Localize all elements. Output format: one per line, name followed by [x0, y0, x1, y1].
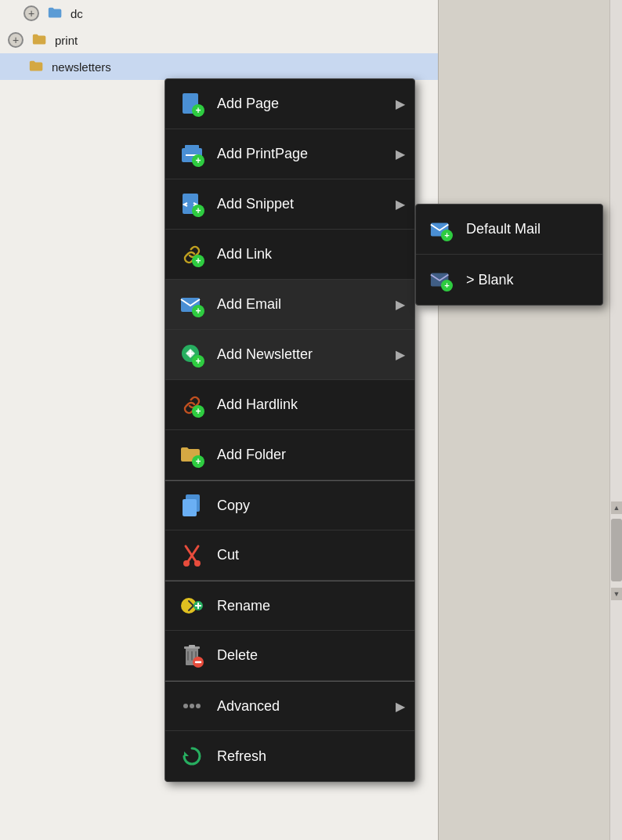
tree-item-print[interactable]: + print: [0, 27, 438, 53]
add-printpage-icon: +: [178, 140, 206, 168]
submenu-item-default-mail[interactable]: + Default Mail: [416, 205, 602, 255]
cut-icon: [178, 541, 206, 570]
delete-icon: [178, 642, 206, 670]
svg-rect-4: [185, 145, 199, 153]
menu-label-add-newsletter: Add Newsletter: [217, 346, 313, 363]
svg-text:+: +: [195, 306, 201, 317]
add-icon-dc[interactable]: +: [24, 5, 39, 21]
scrollbar[interactable]: ▲ ▼: [609, 0, 622, 840]
menu-item-add-newsletter[interactable]: + Add Newsletter ▶: [165, 330, 414, 380]
menu-item-add-link[interactable]: + Add Link: [165, 230, 414, 280]
menu-item-add-page[interactable]: + Add Page ▶: [165, 79, 414, 129]
submenu-arrow-add-page: ▶: [396, 96, 405, 111]
svg-text:+: +: [195, 105, 201, 116]
scroll-arrow-up[interactable]: ▲: [611, 501, 622, 514]
menu-label-delete: Delete: [217, 647, 258, 664]
submenu-arrow-advanced: ▶: [396, 699, 405, 714]
add-folder-icon: +: [178, 441, 206, 469]
menu-item-rename[interactable]: Rename: [165, 581, 414, 631]
submenu-label-blank: > Blank: [466, 272, 514, 288]
add-newsletter-icon: +: [178, 341, 206, 369]
folder-icon-newsletters: [28, 58, 45, 75]
svg-text:+: +: [195, 255, 201, 266]
menu-label-add-email: Add Email: [217, 296, 281, 313]
svg-text:+: +: [195, 356, 201, 367]
menu-label-add-printpage: Add PrintPage: [217, 146, 308, 162]
svg-text:+: +: [444, 230, 450, 240]
add-email-icon: +: [178, 291, 206, 319]
submenu-arrow-add-email: ▶: [396, 297, 405, 312]
tree-label-dc: dc: [71, 7, 83, 20]
scroll-arrow-down[interactable]: ▼: [611, 588, 622, 600]
tree-label-print: print: [55, 34, 78, 47]
menu-item-add-folder[interactable]: + Add Folder: [165, 430, 414, 480]
svg-rect-35: [191, 651, 193, 661]
svg-text:+: +: [195, 456, 201, 467]
menu-item-add-printpage[interactable]: + Add PrintPage ▶: [165, 129, 414, 179]
menu-label-rename: Rename: [217, 598, 270, 614]
svg-text:+: +: [195, 205, 201, 216]
svg-rect-24: [183, 499, 197, 516]
svg-point-40: [196, 704, 201, 708]
menu-label-advanced: Advanced: [217, 698, 280, 715]
svg-text:+: +: [444, 281, 450, 290]
svg-point-27: [183, 560, 190, 567]
rename-icon: [178, 592, 206, 620]
svg-point-38: [183, 704, 188, 708]
tree-item-newsletters[interactable]: newsletters: [0, 53, 438, 80]
svg-point-39: [190, 704, 194, 708]
menu-label-add-hardlink: Add Hardlink: [217, 396, 298, 413]
scroll-thumb[interactable]: [611, 519, 622, 581]
blank-icon: +: [427, 266, 455, 294]
svg-text:+: +: [195, 155, 201, 166]
add-snippet-icon: +: [178, 190, 206, 219]
svg-text:+: +: [195, 406, 201, 417]
submenu-label-default-mail: Default Mail: [466, 221, 541, 237]
svg-rect-33: [189, 645, 195, 648]
default-mail-icon: +: [427, 215, 455, 244]
menu-label-add-snippet: Add Snippet: [217, 196, 294, 212]
submenu-arrow-add-snippet: ▶: [396, 197, 405, 212]
svg-marker-41: [184, 751, 189, 756]
add-page-icon: +: [178, 90, 206, 118]
submenu-arrow-add-printpage: ▶: [396, 147, 405, 161]
add-icon-print[interactable]: +: [8, 32, 24, 48]
svg-rect-34: [187, 651, 189, 661]
refresh-icon: [178, 742, 206, 770]
menu-label-add-folder: Add Folder: [217, 447, 286, 463]
menu-item-cut[interactable]: Cut: [165, 530, 414, 581]
menu-item-add-hardlink[interactable]: + Add Hardlink: [165, 380, 414, 430]
menu-label-cut: Cut: [217, 547, 239, 563]
add-hardlink-icon: +: [178, 391, 206, 419]
tree-item-dc[interactable]: + dc: [0, 0, 438, 27]
menu-item-advanced[interactable]: Advanced ▶: [165, 681, 414, 731]
menu-item-add-snippet[interactable]: + Add Snippet ▶: [165, 179, 414, 230]
add-link-icon: +: [178, 241, 206, 269]
folder-icon-print: [31, 31, 49, 49]
menu-label-add-page: Add Page: [217, 96, 279, 112]
menu-label-refresh: Refresh: [217, 748, 266, 765]
menu-item-delete[interactable]: Delete: [165, 631, 414, 681]
advanced-icon: [178, 692, 206, 720]
menu-label-add-link: Add Link: [217, 246, 272, 262]
svg-point-28: [194, 560, 201, 567]
submenu-item-blank[interactable]: + > Blank: [416, 255, 602, 305]
menu-label-copy: Copy: [217, 498, 250, 514]
context-menu: + Add Page ▶ + Add PrintPage ▶: [165, 78, 415, 782]
submenu-arrow-add-newsletter: ▶: [396, 347, 405, 362]
menu-item-copy[interactable]: Copy: [165, 480, 414, 530]
submenu: + Default Mail + > Blank: [415, 204, 603, 306]
copy-icon: [178, 491, 206, 520]
tree-label-newsletters: newsletters: [52, 60, 111, 74]
folder-icon-dc: [47, 5, 64, 22]
menu-item-refresh[interactable]: Refresh: [165, 731, 414, 781]
menu-item-add-email[interactable]: + Add Email ▶: [165, 280, 414, 330]
